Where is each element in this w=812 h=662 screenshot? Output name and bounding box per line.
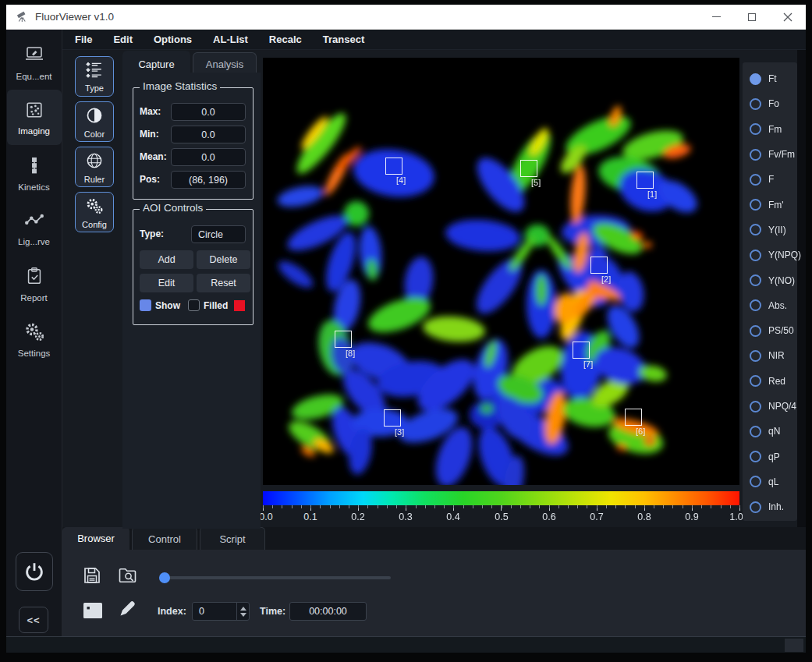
- measure-option-inh[interactable]: Inh.: [743, 494, 797, 519]
- aoi-edit-button[interactable]: Edit: [140, 274, 193, 292]
- measure-option-qp[interactable]: qP: [743, 444, 797, 469]
- measure-option-yno[interactable]: Y(NO): [743, 267, 797, 292]
- aoi-marker[interactable]: [8]: [335, 331, 352, 348]
- min-field[interactable]: 0.0: [171, 126, 246, 143]
- measure-option-f[interactable]: F: [743, 167, 797, 192]
- aoi-delete-button[interactable]: Delete: [197, 250, 250, 269]
- sidebar-item-label: Kinetics: [18, 182, 49, 192]
- measure-option-abs[interactable]: Abs.: [743, 293, 797, 318]
- sidebar-item-imaging[interactable]: Imaging: [7, 90, 62, 145]
- annotate-button[interactable]: [116, 598, 138, 623]
- measure-option-red[interactable]: Red: [743, 369, 797, 394]
- measure-option-fm[interactable]: Fm: [743, 117, 797, 142]
- max-field[interactable]: 0.0: [171, 103, 246, 121]
- measure-option-ps50[interactable]: PS/50: [743, 318, 797, 343]
- mean-field[interactable]: 0.0: [171, 148, 246, 166]
- spinner-up-icon[interactable]: [240, 607, 246, 611]
- resize-grip[interactable]: [785, 639, 803, 652]
- tab-control[interactable]: Control: [132, 527, 197, 550]
- radio-icon: [750, 98, 761, 110]
- aoi-type-field[interactable]: Circle: [191, 225, 246, 243]
- tab-capture[interactable]: Capture: [122, 51, 190, 77]
- aoi-add-button[interactable]: Add: [140, 250, 193, 269]
- ruler-tool-button[interactable]: Ruler: [75, 147, 114, 187]
- menu-al-list[interactable]: AL-List: [208, 32, 253, 47]
- pos-value: (86, 196): [189, 175, 228, 186]
- config-tool-button[interactable]: Config: [75, 192, 114, 232]
- power-button[interactable]: [16, 552, 53, 591]
- pos-field[interactable]: (86, 196): [171, 171, 246, 189]
- measure-option-fm-prime[interactable]: Fm': [743, 192, 797, 217]
- index-label: Index:: [158, 606, 186, 617]
- measure-option-yii[interactable]: Y(II): [743, 218, 797, 242]
- sidebar-item-kinetics[interactable]: Kinetics: [7, 145, 62, 200]
- show-label: Show: [155, 300, 180, 311]
- sidebar-item-label: Settings: [18, 349, 51, 358]
- aoi-color-swatch[interactable]: [234, 300, 245, 311]
- aoi-marker[interactable]: [1]: [636, 172, 654, 189]
- measure-option-npq4[interactable]: NPQ/4: [743, 394, 797, 419]
- menu-file[interactable]: File: [70, 32, 97, 47]
- aoi-marker[interactable]: [4]: [385, 158, 402, 175]
- measure-option-ql[interactable]: qL: [743, 469, 797, 494]
- aoi-marker[interactable]: [6]: [625, 409, 642, 426]
- index-spinner[interactable]: 0: [192, 602, 250, 621]
- report-clipboard-icon: [24, 265, 44, 290]
- gears-icon: [84, 196, 105, 219]
- menu-transect[interactable]: Transect: [318, 32, 369, 47]
- menubar: File Edit Options AL-List Recalc Transec…: [62, 30, 806, 50]
- browse-files-button[interactable]: [116, 565, 139, 589]
- save-button[interactable]: [81, 565, 103, 589]
- menu-options[interactable]: Options: [149, 32, 197, 47]
- aoi-marker[interactable]: [3]: [384, 409, 401, 427]
- menu-recalc[interactable]: Recalc: [264, 32, 307, 47]
- radio-icon: [750, 299, 761, 311]
- aoi-marker-label: [1]: [647, 189, 657, 199]
- colorbar-tick-label: 0.6: [542, 512, 555, 522]
- time-value: 00:00:00: [309, 606, 347, 617]
- collapse-sidebar-button[interactable]: <<: [19, 607, 48, 633]
- aoi-marker[interactable]: [2]: [590, 257, 608, 274]
- measure-option-qn[interactable]: qN: [743, 419, 797, 444]
- close-button[interactable]: [770, 5, 806, 29]
- aoi-reset-button[interactable]: Reset: [197, 274, 250, 292]
- sidebar-item-light-curve[interactable]: Lig...rve: [7, 200, 62, 256]
- sidebar-item-settings[interactable]: Settings: [7, 311, 62, 366]
- measurement-options-panel: Ft Fo Fm Fv/Fm F Fm' Y(II) Y(NPQ) Y(NO) …: [743, 62, 797, 521]
- time-field[interactable]: 00:00:00: [289, 602, 367, 621]
- fluorescence-image-viewer[interactable]: [4] [5] [1] [2] [8] [7] [3] [6]: [263, 58, 739, 485]
- color-tool-button[interactable]: Color: [75, 101, 114, 142]
- measure-option-nir[interactable]: NIR: [743, 343, 797, 368]
- aoi-marker[interactable]: [7]: [573, 342, 590, 359]
- sidebar-item-equipment[interactable]: Equ...ent: [7, 34, 62, 90]
- aoi-marker[interactable]: [5]: [520, 160, 537, 177]
- tab-browser[interactable]: Browser: [62, 527, 129, 550]
- show-checkbox[interactable]: [140, 299, 151, 311]
- measure-option-ynpq[interactable]: Y(NPQ): [743, 242, 797, 267]
- filled-checkbox[interactable]: [188, 299, 200, 311]
- maximize-button[interactable]: [734, 5, 770, 29]
- mean-value: 0.0: [201, 152, 215, 163]
- minimize-button[interactable]: [698, 5, 734, 29]
- telescope-icon: [16, 9, 29, 25]
- display-button[interactable]: [82, 601, 104, 623]
- image-statistics-groupbox: Image Statistics Max: 0.0 Min: 0.0 Mean:…: [133, 87, 254, 200]
- colorbar-tick-label: 0.3: [399, 512, 412, 522]
- frame-slider[interactable]: [159, 576, 391, 579]
- tool-button-label: Color: [84, 129, 105, 139]
- pos-label: Pos:: [140, 174, 160, 185]
- sidebar-item-report[interactable]: Report: [7, 256, 62, 311]
- time-label: Time:: [260, 606, 285, 617]
- menu-edit[interactable]: Edit: [108, 32, 137, 47]
- frame-slider-thumb[interactable]: [159, 572, 170, 583]
- measure-option-fo[interactable]: Fo: [743, 91, 797, 116]
- tab-script[interactable]: Script: [200, 527, 265, 550]
- measure-option-ft[interactable]: Ft: [743, 66, 797, 91]
- app-title: FluorViewer v1.0: [16, 9, 114, 25]
- measure-option-fvfm[interactable]: Fv/Fm: [743, 142, 797, 167]
- aoi-type-value: Circle: [198, 229, 223, 240]
- colorbar-tick-label: 0.7: [590, 512, 603, 522]
- spinner-down-icon[interactable]: [240, 613, 246, 617]
- spinner-arrows[interactable]: [236, 603, 249, 620]
- type-tool-button[interactable]: Type: [75, 56, 114, 97]
